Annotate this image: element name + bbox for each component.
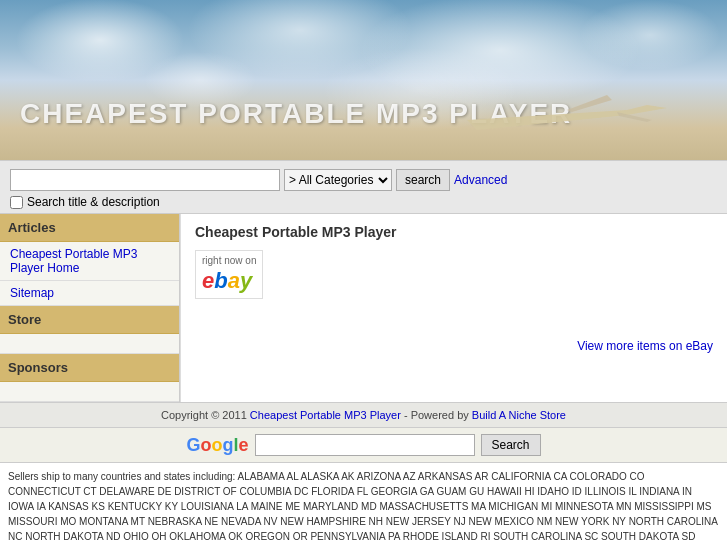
search-title-label: Search title & description — [27, 195, 160, 209]
content-title: Cheapest Portable MP3 Player — [195, 224, 713, 240]
search-input[interactable] — [10, 169, 280, 191]
content-area: Cheapest Portable MP3 Player right now o… — [180, 214, 727, 402]
view-more-ebay-link[interactable]: View more items on eBay — [195, 339, 713, 353]
sidebar-item-sitemap[interactable]: Sitemap — [0, 281, 179, 306]
store-header: Store — [0, 306, 179, 334]
powered-link[interactable]: Build A Niche Store — [472, 409, 566, 421]
articles-header: Articles — [0, 214, 179, 242]
footer: Copyright © 2011 Cheapest Portable MP3 P… — [0, 402, 727, 427]
google-search-input[interactable] — [255, 434, 475, 456]
main-layout: Articles Cheapest Portable MP3 Player Ho… — [0, 214, 727, 402]
google-search-button[interactable]: Search — [481, 434, 541, 456]
ebay-section: right now on ebay View more items on eBa… — [195, 248, 713, 353]
store-empty — [0, 334, 179, 354]
sidebar-item-home[interactable]: Cheapest Portable MP3 Player Home — [0, 242, 179, 281]
copyright-text: Copyright © 2011 — [161, 409, 247, 421]
sidebar: Articles Cheapest Portable MP3 Player Ho… — [0, 214, 180, 402]
search-row: > All CategoriesElectronicsMP3 PlayersAc… — [10, 169, 717, 191]
google-bar: Google Search — [0, 427, 727, 462]
site-name-link[interactable]: Cheapest Portable MP3 Player — [250, 409, 401, 421]
sponsors-header: Sponsors — [0, 354, 179, 382]
ebay-badge: right now on ebay — [195, 250, 263, 299]
search-title-checkbox[interactable] — [10, 196, 23, 209]
ebay-right-now-label: right now on — [202, 255, 256, 266]
sponsors-empty — [0, 382, 179, 402]
states-text: Sellers ship to many countries and state… — [8, 471, 717, 545]
search-button[interactable]: search — [396, 169, 450, 191]
google-logo: Google — [186, 435, 248, 456]
checkbox-row: Search title & description — [10, 195, 717, 209]
plane-decoration — [467, 90, 667, 140]
header-banner: CHEAPEST PORTABLE MP3 PLAYER — [0, 0, 727, 160]
svg-marker-1 — [567, 95, 612, 112]
ebay-logo: ebay — [202, 268, 252, 293]
category-select[interactable]: > All CategoriesElectronicsMP3 PlayersAc… — [284, 169, 392, 191]
states-footer: Sellers ship to many countries and state… — [0, 462, 727, 545]
powered-by-text: - Powered by — [404, 409, 472, 421]
search-bar: > All CategoriesElectronicsMP3 PlayersAc… — [0, 160, 727, 214]
advanced-link[interactable]: Advanced — [454, 173, 507, 187]
